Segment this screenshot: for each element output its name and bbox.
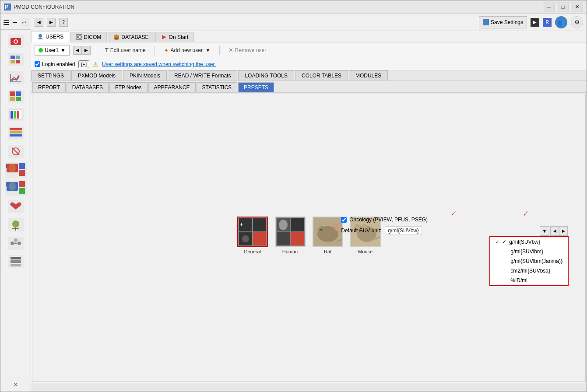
svg-point-54 [14,238,18,242]
user-prev-btn[interactable]: ◀ [73,46,82,55]
sub-tab-databases[interactable]: DATABASES [67,82,109,92]
preset-rat[interactable]: Rat [313,217,343,254]
sidebar-mri[interactable]: MRI [4,179,28,197]
sub-tab-presets[interactable]: PRESETS [238,82,274,92]
svg-rect-23 [11,111,13,119]
sidebar-heart[interactable] [4,198,28,215]
suv-option-2[interactable]: g/ml{SUVlbm(Janma)} [490,256,568,266]
suv-controls: ▼ ◀ ▶ [540,226,568,236]
sidebar-shapes[interactable] [4,88,28,105]
tab-rw-formats[interactable]: READ / WRITE Formats [168,70,237,80]
svg-point-75 [256,235,263,242]
sub-tab-appearance[interactable]: APPEARANCE [148,82,196,92]
oncology-checkbox[interactable] [341,217,347,223]
svg-point-87 [320,229,322,231]
window-title: PMOD CONFIGURATION [14,4,543,10]
sidebar-brain[interactable] [4,216,28,234]
preset-general-img[interactable]: + [237,217,268,247]
tab-pxmod[interactable]: PXMOD Models [71,70,122,80]
tab-pkin[interactable]: PKIN Models [123,70,167,80]
preset-rat-img[interactable] [313,217,343,247]
svg-rect-59 [11,264,21,266]
r-icon[interactable]: R [543,18,552,27]
suv-option-4[interactable]: %ID/ml [490,276,568,285]
svg-point-36 [9,164,16,172]
svg-rect-18 [16,91,21,96]
user-dropdown[interactable]: User1 ▼ [35,45,70,56]
minimize-btn[interactable]: ─ [543,3,555,11]
sidebar-grid[interactable] [4,51,28,68]
hamburger-icon[interactable]: ☰ [2,18,10,28]
svg-point-7 [14,40,17,43]
suv-nav-prev[interactable]: ◀ [550,226,559,236]
suv-option-1[interactable]: g/ml{SUVlbm} [490,247,568,256]
minimize-sidebar-icon[interactable]: ─ [12,18,18,27]
users-icon[interactable]: 👥 [555,16,567,28]
svg-rect-44 [19,188,25,194]
sub-tab-statistics[interactable]: STATISTICS [197,82,238,92]
sidebar-camera[interactable] [4,32,28,50]
login-enabled-checkbox[interactable]: Login enabled [35,61,75,67]
help-btn[interactable]: ? [59,18,68,27]
sub-tab-ftp[interactable]: FTP Nodes [109,82,147,92]
tab-dicom[interactable]: DC DICOM [70,32,107,42]
nav-right-btn[interactable]: ▶ [47,18,56,27]
sidebar-chart[interactable] [4,69,28,87]
main-tab-row: USERS DC DICOM DATABASE [31,31,587,42]
sidebar-tool[interactable] [4,143,28,160]
svg-rect-79 [277,232,290,245]
bottom-bar [31,383,587,392]
suv-row: Default SUV unit: g/ml{SUVbw} [341,226,428,235]
user-next-btn[interactable]: ▶ [82,46,91,55]
sidebar-layers[interactable] [4,124,28,142]
svg-rect-25 [17,111,19,119]
remove-user-btn[interactable]: ✕ Remove user [225,46,270,54]
preset-icons-row: + General [32,94,585,254]
close-btn[interactable]: ✕ [571,3,583,11]
suv-dropdown-menu: ✓ g/ml{SUVbw} g/ml{SUVlbm} g/ml{SUVlbm(J… [489,236,569,286]
settings-icon[interactable]: ⚙ [571,16,583,28]
suv-value: g/ml{SUVbw} [385,226,422,235]
login-bar: Login enabled [+] ⚠ User settings are sa… [31,58,587,70]
back-icon[interactable]: ↩ [20,17,30,28]
tab-settings[interactable]: SETTINGS [31,70,70,80]
suv-dropdown-btn[interactable]: ▼ [540,226,549,236]
sidebar-palette[interactable] [4,106,28,123]
maximize-btn[interactable]: □ [557,3,569,11]
sub-tab-report[interactable]: REPORT [32,82,66,92]
tab-users[interactable]: USERS [31,31,69,42]
svg-rect-20 [16,97,21,101]
login-checkbox[interactable] [35,61,40,67]
sidebar-close[interactable]: ✕ [11,379,21,390]
terminal-icon[interactable]: ▶ [531,18,539,27]
svg-rect-8 [8,53,24,66]
preset-human[interactable]: Human [275,217,306,254]
add-user-btn[interactable]: ✦ Add new user ▼ [160,46,214,55]
preset-human-img[interactable] [275,217,306,247]
tab-modules[interactable]: MODULES [349,70,388,80]
oncology-checkbox-row: Oncology (PVIEW, PFUS, PSEG) [341,217,428,223]
svg-point-74 [242,235,249,242]
plus-btn[interactable]: [+] [78,60,89,68]
edit-username-btn[interactable]: T Edit user name [102,46,149,54]
svg-point-42 [9,182,16,191]
suv-option-3[interactable]: cm2/ml{SUVbsa} [490,266,568,276]
save-settings-btn[interactable]: Save Settings [479,16,527,28]
user-nav: ◀ ▶ [73,46,91,55]
tab-database[interactable]: DATABASE [108,32,154,42]
divider2 [155,46,155,55]
svg-point-47 [12,220,19,228]
preset-general[interactable]: + General [237,217,268,254]
user-bar: User1 ▼ ◀ ▶ T Edit user name ✦ Add new u… [31,42,587,58]
suv-nav-next[interactable]: ▶ [559,226,568,236]
sidebar-pet[interactable]: PET [4,161,28,178]
tab-color-tables[interactable]: COLOR TABLES [295,70,348,80]
sidebar-molecule[interactable] [4,234,28,252]
svg-rect-24 [14,111,16,119]
suv-option-0[interactable]: ✓ g/ml{SUVbw} [490,237,568,247]
tab-on-start[interactable]: On Start [155,32,194,42]
svg-point-52 [18,242,21,245]
sidebar-stack[interactable] [4,253,28,270]
nav-left-btn[interactable]: ◀ [35,18,43,27]
tab-loading-tools[interactable]: LOADING TOOLS [238,70,294,80]
